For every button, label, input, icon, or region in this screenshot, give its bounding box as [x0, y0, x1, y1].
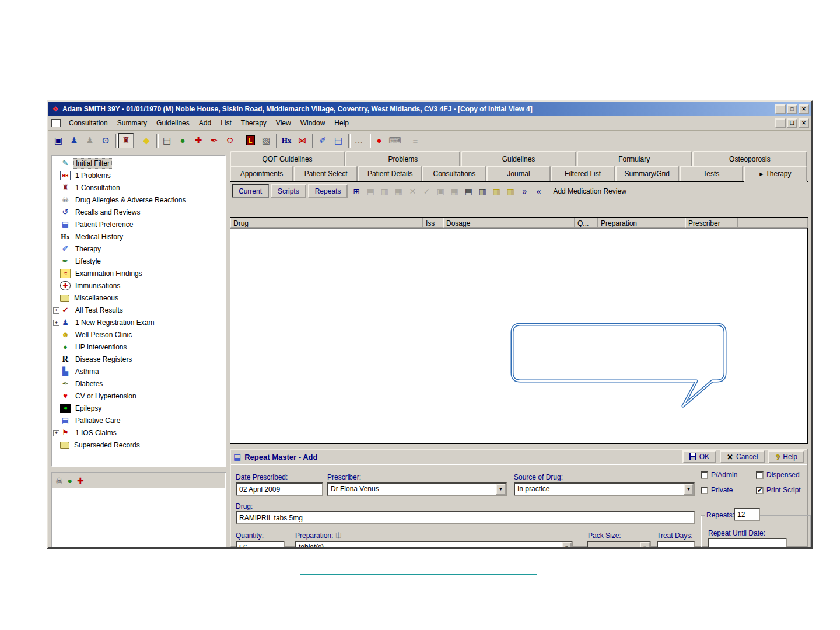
find-patient-icon[interactable]: ʘ: [98, 133, 113, 148]
column-delete-icon[interactable]: ▥: [503, 184, 517, 198]
child-restore-button[interactable]: ❏: [787, 118, 797, 128]
add-patient-icon[interactable]: ♟: [66, 133, 82, 148]
journal-book-icon[interactable]: ▤: [159, 133, 174, 148]
more-icon[interactable]: …: [351, 133, 366, 148]
sidebar-item-medical-history[interactable]: Hx Medical History: [52, 230, 225, 243]
merge-scripts-icon[interactable]: ⊞: [349, 184, 363, 198]
keyboard-icon[interactable]: ⌨: [387, 133, 402, 148]
hp-apple-icon[interactable]: ●: [68, 477, 72, 485]
patient-group-icon[interactable]: ♟: [82, 133, 97, 148]
sidebar-item-all-test-results[interactable]: ✔ All Test Results: [52, 304, 225, 316]
add-medical-icon[interactable]: ✚: [191, 133, 206, 148]
print-add-icon[interactable]: ▥: [475, 184, 489, 198]
help-button[interactable]: ?Help: [768, 450, 804, 463]
cancel-icon[interactable]: ✕: [405, 184, 419, 198]
tab-qof-guidelines[interactable]: QOF Guidelines: [230, 151, 345, 166]
dropdown-arrow-icon[interactable]: ▼: [496, 484, 506, 495]
child-window-icon[interactable]: [51, 119, 61, 127]
sidebar-item-patient-preference[interactable]: ▤ Patient Preference: [52, 218, 225, 230]
child-minimize-button[interactable]: _: [775, 118, 786, 128]
maximize-button[interactable]: □: [787, 104, 797, 114]
menu-view[interactable]: View: [271, 117, 296, 129]
note-icon[interactable]: ◆: [139, 133, 154, 148]
menu-list[interactable]: List: [216, 117, 236, 129]
sidebar-item-drug-allergies[interactable]: ☠ Drug Allergies & Adverse Reactions: [52, 194, 225, 206]
tab-appointments[interactable]: Appointments: [230, 166, 293, 181]
tab-summary-grid[interactable]: Summary/Grid: [615, 166, 679, 181]
calendar-icon[interactable]: ▦: [447, 184, 461, 198]
minimize-button[interactable]: _: [775, 104, 786, 114]
new-script-icon[interactable]: ▤: [363, 184, 377, 198]
tab-patient-details[interactable]: Patient Details: [358, 166, 422, 181]
checkbox-box[interactable]: [701, 487, 708, 494]
column-icon[interactable]: ▥: [489, 184, 503, 198]
documents-icon[interactable]: ▧: [258, 133, 274, 148]
dispensed-checkbox[interactable]: Dispensed: [756, 471, 813, 479]
repeats-input[interactable]: [734, 508, 760, 521]
sidebar-item-consultation[interactable]: ♜ 1 Consultation: [52, 181, 225, 194]
tab-formulary[interactable]: Formulary: [577, 151, 692, 166]
tab-patient-select[interactable]: Patient Select: [294, 166, 358, 181]
sidebar-item-examination-findings[interactable]: ≈ Examination Findings: [52, 267, 225, 279]
immunisation-shield-icon[interactable]: ✚: [77, 477, 84, 485]
health-promotion-icon[interactable]: ●: [175, 133, 190, 148]
print-icon[interactable]: ▤: [461, 184, 475, 198]
sidebar-item-problems[interactable]: ʜʜ 1 Problems: [52, 169, 225, 181]
close-button[interactable]: ✕: [799, 104, 809, 114]
sidebar-item-new-registration-exam[interactable]: ♟ 1 New Registration Exam: [52, 316, 225, 328]
padmin-checkbox[interactable]: P/Admin: [701, 471, 756, 479]
add-medication-review-label[interactable]: Add Medication Review: [553, 187, 626, 195]
current-button[interactable]: Current: [232, 184, 269, 198]
menu-summary[interactable]: Summary: [113, 117, 152, 129]
source-of-drug-select[interactable]: In practice▼: [514, 482, 695, 496]
tab-tests[interactable]: Tests: [680, 166, 743, 181]
chevron-left-icon[interactable]: «: [531, 184, 545, 198]
ok-button[interactable]: OK: [682, 450, 716, 463]
checkbox-box[interactable]: [701, 471, 708, 479]
prescription-pen-icon[interactable]: ✒: [206, 133, 222, 148]
checkbox-box[interactable]: [756, 487, 764, 494]
tab-consultations[interactable]: Consultations: [422, 166, 486, 181]
sidebar-item-miscellaneous[interactable]: Miscellaneous: [52, 292, 225, 304]
pack-size-select[interactable]: ▼: [587, 541, 651, 549]
consultation-mode-icon[interactable]: ♜: [118, 133, 134, 148]
scripts-button[interactable]: Scripts: [271, 184, 306, 198]
sidebar-item-ios-claims[interactable]: ⚑ 1 IOS Claims: [52, 426, 225, 439]
menu-guidelines[interactable]: Guidelines: [152, 117, 194, 129]
tab-osteoporosis[interactable]: Osteoporosis: [692, 151, 807, 166]
sidebar-item-diabetes[interactable]: ✒ Diabetes: [52, 377, 225, 390]
medical-history-icon[interactable]: Hx: [279, 133, 294, 148]
sidebar-item-asthma[interactable]: ▙ Asthma: [52, 365, 225, 377]
notes-pad-icon[interactable]: ▤: [331, 133, 346, 148]
copy-icon[interactable]: ▣: [433, 184, 447, 198]
tab-filtered-list[interactable]: Filtered List: [551, 166, 615, 181]
menu-therapy[interactable]: Therapy: [236, 117, 271, 129]
menu-help[interactable]: Help: [330, 117, 354, 129]
date-prescribed-input[interactable]: [236, 482, 323, 496]
menu-add[interactable]: Add: [194, 117, 216, 129]
script-launcher-icon[interactable]: ▣: [51, 133, 66, 148]
tab-journal[interactable]: Journal: [487, 166, 550, 181]
menu-consultation[interactable]: Consultation: [64, 117, 113, 129]
library-icon[interactable]: L: [243, 133, 258, 148]
private-checkbox[interactable]: Private: [701, 486, 756, 494]
sidebar-item-epilepsy[interactable]: ≈ Epilepsy: [52, 402, 225, 414]
sidebar-item-initial-filter[interactable]: ✎ Initial Filter: [52, 157, 225, 169]
preparation-select[interactable]: tablet(s)▼: [295, 541, 573, 549]
checkbox-box[interactable]: [756, 471, 764, 479]
sidebar-item-cv-hypertension[interactable]: ♥ CV or Hypertension: [52, 390, 225, 402]
tab-guidelines[interactable]: Guidelines: [461, 151, 576, 166]
delete-script-icon[interactable]: ▦: [391, 184, 405, 198]
repeat-until-date-input[interactable]: [708, 538, 787, 549]
therapy-pen-icon[interactable]: ✐: [315, 133, 330, 148]
treat-days-input[interactable]: [657, 541, 695, 549]
menu-window[interactable]: Window: [296, 117, 330, 129]
drug-input[interactable]: [236, 511, 695, 524]
edit-script-icon[interactable]: ▥: [377, 184, 391, 198]
dropdown-arrow-icon[interactable]: ▼: [684, 484, 694, 495]
print-script-checkbox[interactable]: Print Script: [756, 486, 813, 494]
child-close-button[interactable]: ✕: [799, 118, 809, 128]
pinned-lines-icon[interactable]: ≡: [408, 133, 423, 148]
sidebar-item-hp-interventions[interactable]: ● HP Interventions: [52, 341, 225, 353]
confirm-icon[interactable]: ✓: [419, 184, 433, 198]
